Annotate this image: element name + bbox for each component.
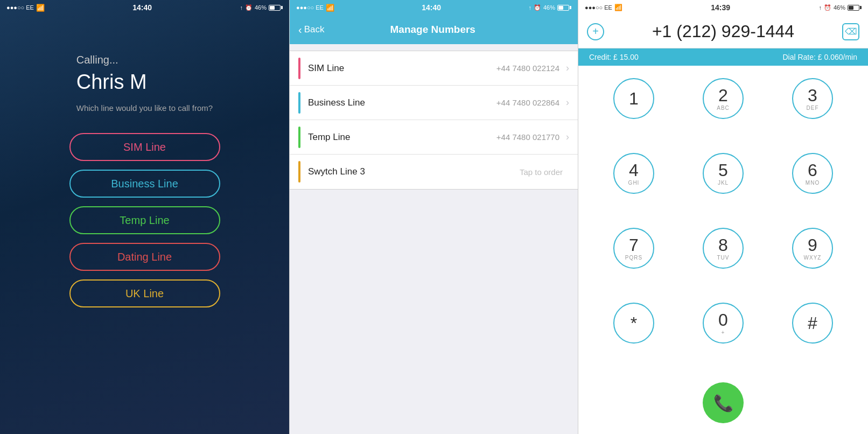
- status-left-2: ●●●○○ EE 📶: [296, 4, 334, 12]
- arrow-icon-2: ↑: [528, 4, 531, 11]
- alarm-icon-3: ⏰: [824, 4, 831, 11]
- time-display-2: 14:40: [422, 3, 441, 12]
- business-line-button[interactable]: Business Line: [69, 170, 220, 198]
- list-item-business[interactable]: Business Line +44 7480 022864 ›: [290, 86, 578, 120]
- dial-num-5: 5: [718, 162, 728, 179]
- dial-key-8[interactable]: 8 TUV: [678, 224, 768, 272]
- phone-number-display: +1 (212) 929-1444: [611, 22, 836, 41]
- manage-numbers-list: SIM Line +44 7480 022124 › Business Line…: [290, 51, 578, 190]
- dial-circle-2: 2 ABC: [703, 78, 744, 119]
- status-right-1: ↑ ⏰ 46%: [240, 4, 283, 11]
- chevron-right-icon-temp: ›: [566, 131, 569, 143]
- dial-letters-6: MNO: [806, 180, 820, 186]
- dial-key-2[interactable]: 2 ABC: [678, 74, 768, 123]
- dial-circle-1: 1: [613, 78, 654, 119]
- dial-num-6: 6: [808, 162, 817, 179]
- back-label: Back: [304, 24, 325, 35]
- alarm-icon: ⏰: [245, 4, 253, 11]
- list-item-temp[interactable]: Temp Line +44 7480 021770 ›: [290, 120, 578, 155]
- temp-color-bar: [298, 127, 300, 148]
- status-left-3: ●●●○○ EE 📶: [585, 4, 622, 11]
- sim-line-number: +44 7480 022124: [496, 64, 559, 73]
- nav-title: Manage Numbers: [328, 24, 537, 36]
- status-bar-2: ●●●○○ EE 📶 14:40 ↑ ⏰ 46%: [290, 0, 578, 15]
- dial-grid: 1 2 ABC 3 DEF 4 GHI 5 JKL 6 MNO 7 PQRS: [578, 66, 868, 382]
- dial-key-*[interactable]: *: [589, 299, 678, 347]
- battery-icon-2: [557, 5, 571, 11]
- chevron-right-icon-business: ›: [566, 97, 569, 108]
- dial-circle-8: 8 TUV: [703, 228, 744, 269]
- dial-rate-text: Dial Rate: £ 0.060/min: [782, 53, 857, 61]
- temp-line-button[interactable]: Temp Line: [69, 206, 220, 234]
- dial-letters-2: ABC: [717, 105, 730, 111]
- dial-num-#: #: [808, 314, 817, 332]
- nav-bar: ‹ Back Manage Numbers: [290, 15, 578, 44]
- dial-key-3[interactable]: 3 DEF: [768, 74, 857, 123]
- add-number-button[interactable]: +: [587, 23, 604, 40]
- chevron-right-icon-sim: ›: [566, 62, 569, 74]
- dial-circle-*: *: [613, 303, 654, 344]
- swytch-line-name: Swytch Line 3: [308, 166, 520, 177]
- dial-letters-5: JKL: [718, 180, 729, 186]
- dial-letters-4: GHI: [628, 180, 640, 186]
- dial-num-4: 4: [629, 162, 639, 179]
- time-display-1: 14:40: [132, 3, 152, 12]
- dial-letters-3: DEF: [807, 105, 819, 111]
- panel-dialer: ●●●○○ EE 📶 14:39 ↑ ⏰ 46% + +1 (212) 929-…: [578, 0, 868, 434]
- dial-key-#[interactable]: #: [768, 299, 857, 347]
- dial-num-8: 8: [718, 236, 728, 254]
- alarm-icon-2: ⏰: [534, 4, 541, 11]
- panel-manage: ●●●○○ EE 📶 14:40 ↑ ⏰ 46% ‹ Back Manage N…: [289, 0, 578, 434]
- dial-key-6[interactable]: 6 MNO: [768, 149, 857, 198]
- dial-key-7[interactable]: 7 PQRS: [589, 224, 678, 272]
- list-item-sim[interactable]: SIM Line +44 7480 022124 ›: [290, 51, 578, 86]
- wifi-icon-3: 📶: [614, 4, 622, 11]
- status-bar-3: ●●●○○ EE 📶 14:39 ↑ ⏰ 46%: [578, 0, 868, 15]
- time-display-3: 14:39: [711, 3, 730, 12]
- dial-key-0[interactable]: 0 +: [678, 299, 768, 347]
- dial-circle-3: 3 DEF: [792, 78, 833, 119]
- dialer-number-row: + +1 (212) 929-1444 ⌫: [578, 15, 868, 48]
- temp-line-number: +44 7480 021770: [496, 132, 559, 142]
- dial-letters-7: PQRS: [625, 255, 642, 261]
- dial-key-9[interactable]: 9 WXYZ: [768, 224, 857, 272]
- dial-letters-9: WXYZ: [804, 255, 822, 261]
- list-item-swytch[interactable]: Swytch Line 3 Tap to order: [290, 155, 578, 189]
- wifi-icon-2: 📶: [326, 4, 334, 12]
- status-bar-1: ●●●○○ EE 📶 14:40 ↑ ⏰ 46%: [0, 0, 289, 15]
- dial-num-1: 1: [629, 90, 639, 107]
- dial-key-5[interactable]: 5 JKL: [678, 149, 768, 198]
- arrow-icon: ↑: [240, 4, 243, 11]
- dial-circle-#: #: [792, 303, 833, 344]
- dial-key-4[interactable]: 4 GHI: [589, 149, 678, 198]
- which-line-prompt: Which line would you like to call from?: [76, 102, 213, 114]
- business-color-bar: [298, 92, 300, 114]
- calling-label: Calling...: [76, 54, 213, 66]
- dial-circle-5: 5 JKL: [703, 153, 744, 194]
- business-line-number: +44 7480 022864: [496, 98, 559, 107]
- delete-button[interactable]: ⌫: [842, 23, 859, 40]
- call-button[interactable]: 📞: [703, 382, 744, 423]
- dial-letters-0: +: [722, 330, 725, 335]
- credit-bar: Credit: £ 15.00 Dial Rate: £ 0.060/min: [578, 48, 868, 66]
- sim-line-button[interactable]: SIM Line: [69, 133, 220, 161]
- dial-circle-7: 7 PQRS: [613, 228, 654, 269]
- call-button-row: 📞: [578, 382, 868, 434]
- business-line-name: Business Line: [308, 97, 496, 108]
- dial-num-*: *: [631, 314, 637, 332]
- dial-key-1[interactable]: 1: [589, 74, 678, 123]
- dial-circle-4: 4 GHI: [613, 153, 654, 194]
- dial-num-3: 3: [808, 87, 817, 104]
- credit-text: Credit: £ 15.00: [589, 53, 639, 61]
- dial-num-9: 9: [808, 236, 817, 254]
- dial-letters-8: TUV: [717, 255, 730, 261]
- dating-line-button[interactable]: Dating Line: [69, 243, 220, 271]
- back-button[interactable]: ‹ Back: [298, 24, 324, 36]
- chevron-left-icon: ‹: [298, 24, 302, 36]
- dial-circle-6: 6 MNO: [792, 153, 833, 194]
- phone-icon: 📞: [713, 394, 733, 412]
- status-left: ●●●○○ EE 📶: [6, 4, 45, 12]
- status-right-3: ↑ ⏰ 46%: [818, 4, 862, 11]
- dial-num-0: 0: [718, 311, 728, 328]
- uk-line-button[interactable]: UK Line: [69, 279, 220, 307]
